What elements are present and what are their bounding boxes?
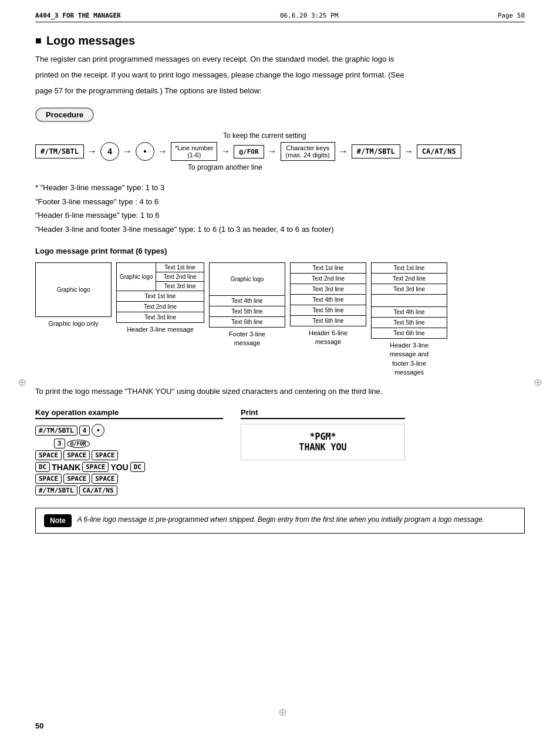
format-table-1: Graphic logo: [35, 262, 112, 317]
format-label-3: Footer 3-linemessage: [229, 330, 265, 348]
key-tmstbl: #/TM/SBTL: [35, 426, 77, 436]
intro-line-3: page 57 for the programming details.) Th…: [35, 85, 525, 97]
intro-line-2: printed on the receipt. If you want to p…: [35, 69, 525, 82]
logo-format-title: Logo message print format (6 types): [35, 247, 525, 255]
key-dot: •: [92, 424, 104, 437]
flow-box-for: @/FOR: [234, 145, 264, 158]
key-space-6: SPACE: [92, 474, 118, 484]
header-center: 06.6.20 3:25 PM: [280, 12, 338, 19]
footnote-4: "Header 3-line and footer 3-line message…: [35, 222, 525, 236]
footnote-3: "Header 6-line message" type: 1 to 6: [35, 208, 525, 222]
flow-label-top: To keep the current setting: [223, 131, 306, 140]
cross-mark-right: ⊕: [534, 376, 542, 389]
key-3: 3: [54, 439, 65, 448]
format-table-3: Graphic logo Text 4th line Text 5th line…: [209, 262, 285, 328]
format-label-4: Header 6-linemessage: [309, 329, 348, 347]
format-label-5: Header 3-linemessage andfooter 3-linemes…: [390, 341, 429, 377]
footnote-2: "Footer 3-line message" type : 4 to 6: [35, 195, 525, 208]
format-graphic-only: Graphic logo Graphic logo only: [35, 262, 112, 328]
procedure-badge: Procedure: [35, 107, 94, 122]
key-row-6: #/TM/SBTL CA/AT/NS: [35, 485, 223, 495]
format-label-1: Graphic logo only: [48, 319, 99, 328]
key-space-4: SPACE: [35, 474, 62, 484]
page-header: A404_3 FOR THE MANAGER 06.6.20 3:25 PM P…: [35, 12, 525, 22]
key-space-1: SPACE: [35, 450, 62, 460]
key-op-box: Key operation example #/TM/SBTL 4 • 3 @/…: [35, 408, 223, 497]
key-op-section: Key operation example #/TM/SBTL 4 • 3 @/…: [35, 408, 525, 497]
arrow-4: →: [221, 146, 230, 157]
flow-container: To keep the current setting #/TM/SBTL → …: [35, 131, 525, 171]
key-space-2: SPACE: [63, 450, 90, 460]
flow-circle-dot: •: [136, 142, 154, 161]
flow-box-tmstbl-2: #/TM/SBTL: [352, 144, 400, 158]
key-tmstbl-end: #/TM/SBTL: [35, 485, 77, 495]
format-footer-3: Graphic logo Text 4th line Text 5th line…: [209, 262, 285, 348]
flow-char-keys: Character keys(max. 24 digits): [281, 142, 335, 161]
format-header-3: Graphic logo Text 1st line Text 2nd line…: [116, 262, 204, 334]
flow-row: #/TM/SBTL → 4 → • → *Line number(1-6) → …: [35, 142, 461, 161]
format-diagrams: Graphic logo Graphic logo only Graphic l…: [35, 262, 525, 377]
flow-box-ca: CA/AT/NS: [417, 144, 461, 158]
format-table-2: Graphic logo Text 1st line Text 2nd line…: [116, 262, 204, 323]
key-space-5: SPACE: [63, 474, 90, 484]
key-row-1: #/TM/SBTL 4 •: [35, 424, 223, 437]
flow-circle-4: 4: [100, 142, 119, 161]
arrow-2: →: [123, 146, 132, 157]
key-space-3: SPACE: [92, 450, 118, 460]
print-line-1: *PGM*: [253, 431, 393, 442]
header-left: A404_3 FOR THE MANAGER: [35, 12, 121, 19]
arrow-1: →: [87, 146, 97, 157]
section-title: Logo messages: [35, 34, 525, 48]
footnotes: * "Header 3-line message" type: 1 to 3 "…: [35, 181, 525, 236]
key-row-4: DC THANK SPACE YOU DC: [35, 462, 223, 472]
flow-box-tmstbl: #/TM/SBTL: [35, 144, 84, 158]
key-4: 4: [79, 426, 90, 436]
format-table-4: Text 1st line Text 2nd line Text 3rd lin…: [290, 262, 366, 326]
print-title: Print: [241, 408, 405, 419]
key-for: @/FOR: [67, 440, 90, 448]
intro-line-1: The register can print programmed messag…: [35, 53, 525, 66]
key-row-2: 3 @/FOR: [35, 439, 223, 448]
intro-text: The register can print programmed messag…: [35, 53, 525, 97]
cross-mark-left: ⊕: [18, 376, 26, 389]
note-badge: Note: [44, 514, 72, 527]
flow-line-number: *Line number(1-6): [171, 142, 217, 161]
interstitial-text: To print the logo message "THANK YOU" us…: [35, 386, 525, 398]
key-op-title: Key operation example: [35, 408, 223, 419]
arrow-7: →: [404, 146, 413, 157]
key-ca: CA/AT/NS: [79, 485, 117, 495]
key-dc-2: DC: [130, 462, 145, 472]
arrow-5: →: [268, 146, 277, 157]
note-text: A 6-line logo message is pre-programmed …: [77, 514, 484, 525]
note-box: Note A 6-line logo message is pre-progra…: [35, 508, 525, 534]
key-row-5: SPACE SPACE SPACE: [35, 474, 223, 484]
format-label-2: Header 3-line message: [127, 325, 194, 334]
key-row-3: SPACE SPACE SPACE: [35, 450, 223, 460]
footnote-1: * "Header 3-line message" type: 1 to 3: [35, 181, 525, 194]
header-right: Page 50: [498, 12, 525, 19]
page-number: 50: [35, 721, 43, 730]
page: A404_3 FOR THE MANAGER 06.6.20 3:25 PM P…: [0, 0, 560, 742]
print-output: *PGM* THANK YOU: [241, 424, 405, 460]
key-space-th: SPACE: [82, 462, 109, 472]
print-line-2: THANK YOU: [253, 442, 393, 453]
print-box: Print *PGM* THANK YOU: [241, 408, 405, 460]
arrow-6: →: [339, 146, 348, 157]
cross-mark-bottom: ⊕: [278, 706, 287, 719]
flow-label-bottom: To program another line: [188, 163, 262, 171]
arrow-3: →: [158, 146, 167, 157]
format-header-3-footer-3: Text 1st line Text 2nd line Text 3rd lin…: [371, 262, 447, 377]
key-you: YOU: [110, 463, 128, 472]
key-dc-1: DC: [35, 462, 50, 472]
key-thank: THANK: [52, 463, 80, 472]
format-header-6: Text 1st line Text 2nd line Text 3rd lin…: [290, 262, 366, 347]
format-table-5: Text 1st line Text 2nd line Text 3rd lin…: [371, 262, 447, 339]
